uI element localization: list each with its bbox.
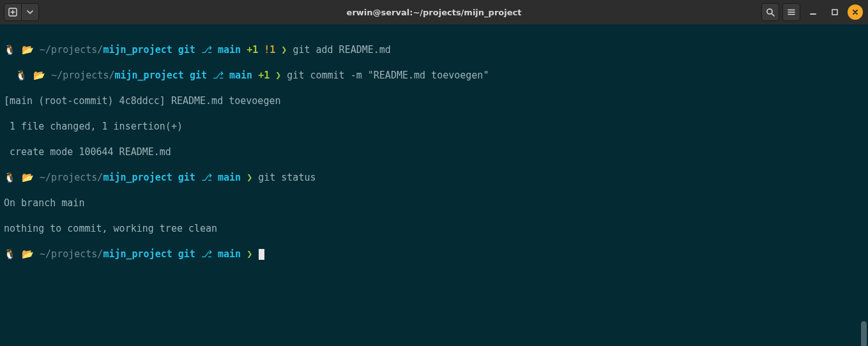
git-label: git	[178, 248, 195, 260]
path-bright: mijn_project	[114, 70, 183, 81]
output-line: nothing to commit, working tree clean	[4, 222, 864, 235]
prompt-line: 🐧 📂 ~/projects/mijn_project git ⎇ main ❯	[4, 248, 864, 260]
path-bright: mijn_project	[103, 248, 172, 260]
git-label: git	[178, 172, 195, 183]
search-icon	[766, 8, 775, 17]
hamburger-icon	[787, 8, 796, 17]
new-tab-button[interactable]	[4, 3, 22, 21]
titlebar-left-group	[0, 3, 39, 21]
scrollbar[interactable]	[861, 50, 867, 346]
maximize-icon	[831, 8, 839, 16]
branch-icon: ⎇	[201, 172, 212, 183]
tux-icon: 🐧	[15, 70, 27, 81]
path-dim: ~/projects/	[51, 70, 114, 81]
titlebar-right-group	[761, 3, 868, 21]
git-label: git	[178, 44, 195, 56]
path-bright: mijn_project	[103, 172, 172, 183]
tux-icon: 🐧	[4, 248, 16, 260]
command-text: git add README.md	[293, 44, 391, 56]
svg-rect-2	[832, 10, 837, 15]
tab-menu-button[interactable]	[21, 3, 39, 21]
folder-icon: 📂	[22, 172, 34, 183]
maximize-button[interactable]	[826, 3, 844, 21]
command-text: git commit -m "README.md toevoegen"	[287, 70, 489, 81]
unstaged-count: !1	[264, 44, 275, 56]
folder-icon: 📂	[22, 44, 34, 56]
window-title: erwin@serval:~/projects/mijn_project	[0, 8, 868, 17]
output-line: [main (root-commit) 4c8ddcc] README.md t…	[4, 94, 864, 107]
prompt-line: 🐧 📂 ~/projects/mijn_project git ⎇ main ❯…	[4, 171, 864, 184]
output-line: create mode 100644 README.md	[4, 146, 864, 158]
branch-name: main	[218, 172, 241, 183]
folder-icon: 📂	[33, 70, 45, 81]
close-button[interactable]	[848, 4, 863, 20]
output-line: 1 file changed, 1 insertion(+)	[4, 120, 864, 133]
titlebar[interactable]: erwin@serval:~/projects/mijn_project	[0, 0, 868, 24]
terminal-window: erwin@serval:~/projects/mijn_project 🐧 📂…	[0, 0, 868, 346]
scrollbar-thumb[interactable]	[861, 321, 867, 346]
prompt-line: 🐧 📂 ~/projects/mijn_project git ⎇ main +…	[4, 43, 864, 56]
path-dim: ~/projects/	[40, 248, 103, 260]
menu-button[interactable]	[782, 3, 800, 21]
minimize-icon	[809, 8, 817, 16]
prompt-arrow: ❯	[247, 172, 252, 183]
prompt-arrow: ❯	[281, 44, 287, 56]
search-button[interactable]	[761, 3, 779, 21]
terminal-body[interactable]: 🐧 📂 ~/projects/mijn_project git ⎇ main +…	[0, 24, 868, 346]
minimize-button[interactable]	[804, 3, 822, 21]
tux-icon: 🐧	[4, 172, 16, 183]
folder-icon: 📂	[22, 248, 34, 260]
tux-icon: 🐧	[4, 44, 16, 56]
path-bright: mijn_project	[103, 44, 172, 56]
prompt-arrow: ❯	[247, 248, 252, 260]
path-dim: ~/projects/	[40, 172, 103, 183]
branch-name: main	[229, 70, 252, 81]
branch-icon: ⎇	[213, 70, 224, 81]
prompt-line: 🐧 📂 ~/projects/mijn_project git ⎇ main +…	[4, 69, 864, 82]
prompt-arrow: ❯	[275, 70, 281, 81]
branch-name: main	[218, 248, 241, 260]
branch-icon: ⎇	[201, 44, 212, 56]
branch-icon: ⎇	[201, 248, 212, 260]
git-label: git	[190, 70, 207, 81]
staged-count: +1	[258, 70, 270, 81]
path-dim: ~/projects/	[40, 44, 103, 56]
close-icon	[852, 9, 858, 15]
branch-name: main	[218, 44, 241, 56]
plus-box-icon	[8, 8, 17, 17]
output-line: On branch main	[4, 197, 864, 209]
command-text: git status	[258, 172, 316, 183]
chevron-down-icon	[27, 9, 33, 15]
staged-count: +1	[247, 44, 258, 56]
text-cursor	[259, 249, 264, 260]
